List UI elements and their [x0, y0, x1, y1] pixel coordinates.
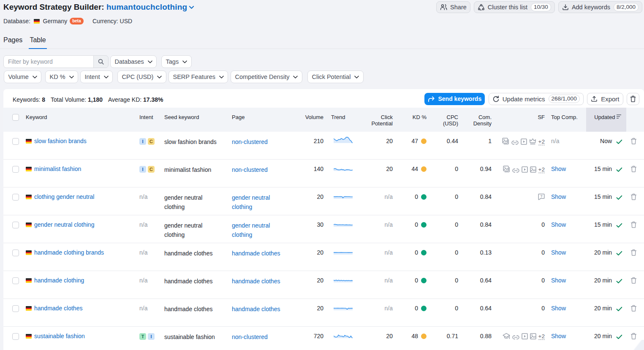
svg-text:?: ?: [540, 194, 542, 198]
